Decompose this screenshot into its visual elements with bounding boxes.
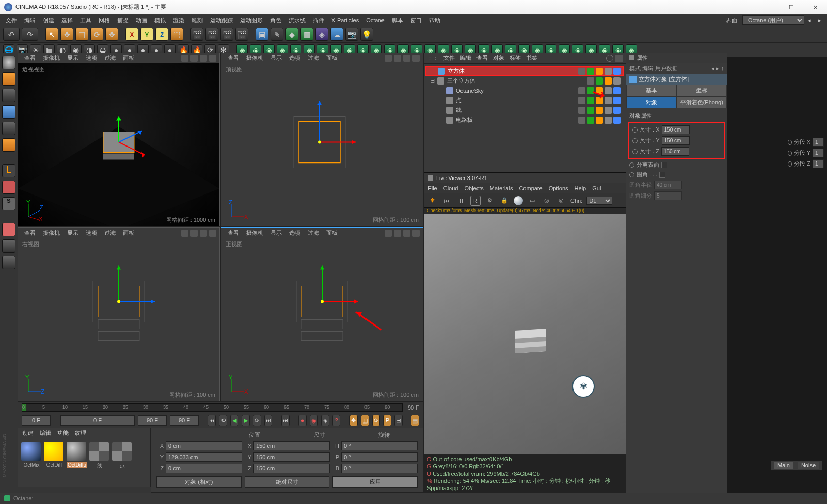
menu-角色[interactable]: 角色 — [266, 15, 285, 26]
size-z-field[interactable] — [253, 464, 330, 473]
lv-menu-Cloud[interactable]: Cloud — [443, 185, 458, 191]
vp-menu-面板[interactable]: 面板 — [323, 53, 341, 63]
attr-tab-basic[interactable]: 基本 — [626, 85, 677, 96]
mat-menu-功能[interactable]: 功能 — [57, 429, 69, 437]
material-点[interactable]: 点 — [112, 442, 133, 469]
obj-menu-查看[interactable]: 查看 — [476, 54, 488, 62]
vp-menu-过滤[interactable]: 过滤 — [305, 53, 322, 63]
axis-x-button[interactable]: X — [125, 28, 138, 41]
separate-checkbox[interactable] — [661, 162, 667, 168]
lv-menu-Materials[interactable]: Materials — [490, 185, 513, 191]
key-scale-button[interactable]: ◫ — [361, 415, 369, 426]
redo-button[interactable]: ↷ — [22, 28, 38, 41]
vp-nav-icon[interactable] — [190, 55, 198, 62]
goto-start-button[interactable]: ⏮ — [208, 415, 216, 426]
workplane-button[interactable] — [2, 239, 15, 253]
menu-窗口[interactable]: 窗口 — [407, 15, 425, 26]
vp-menu-显示[interactable]: 显示 — [267, 53, 285, 63]
material-OctDiffu[interactable]: OctDiffu — [67, 442, 87, 469]
size-x-input[interactable] — [662, 125, 690, 134]
mat-menu-编辑[interactable]: 编辑 — [40, 429, 51, 437]
vp-menu-显示[interactable]: 显示 — [64, 228, 82, 238]
vp-nav-icon[interactable] — [385, 55, 392, 62]
vp-nav-icon[interactable] — [403, 230, 410, 237]
coord-system-button[interactable]: ⬚ — [170, 28, 183, 41]
menu-雕刻[interactable]: 雕刻 — [188, 15, 206, 26]
vp-menu-查看[interactable]: 查看 — [21, 228, 39, 238]
obj-menu-标签[interactable]: 标签 — [510, 54, 521, 62]
lv-menu-Gui[interactable]: Gui — [592, 185, 601, 191]
size-mode-select[interactable]: 绝对尺寸 — [245, 476, 330, 488]
vp-nav-icon[interactable] — [403, 55, 410, 62]
key-options-button[interactable]: ? — [332, 415, 341, 426]
menu-Octane[interactable]: Octane — [362, 15, 388, 25]
mat-menu-纹理[interactable]: 纹理 — [75, 429, 86, 437]
render-region-button[interactable]: 🎬 — [205, 28, 218, 41]
axis-l-button[interactable]: L — [2, 164, 15, 177]
close-button[interactable]: ✕ — [803, 0, 827, 14]
vp-nav-icon[interactable] — [209, 55, 216, 62]
vp-menu-选项[interactable]: 选项 — [83, 53, 100, 63]
menu-选择[interactable]: 选择 — [58, 15, 76, 26]
menu-帮助[interactable]: 帮助 — [425, 15, 444, 26]
vp-menu-摄像机[interactable]: 摄像机 — [40, 228, 63, 238]
obj-menu-编辑[interactable]: 编辑 — [460, 54, 471, 62]
menu-插件[interactable]: 插件 — [309, 15, 328, 26]
vp-menu-面板[interactable]: 面板 — [323, 228, 341, 238]
timeline[interactable]: 051015202530354045505560657075808590 90 … — [18, 401, 423, 413]
key-param-button[interactable]: P — [383, 415, 391, 426]
menu-X-Particles[interactable]: X-Particles — [328, 15, 362, 25]
lv-menu-File[interactable]: File — [428, 185, 437, 191]
vp-nav-icon[interactable] — [181, 230, 188, 237]
viewport-perspective[interactable]: 查看摄像机显示选项过滤面板 透视视图 网格间距 : 1000 — [18, 53, 220, 226]
vp-nav-icon[interactable] — [181, 55, 188, 62]
menu-捕捉[interactable]: 捕捉 — [114, 15, 132, 26]
layout-prev-icon[interactable]: ◂ — [804, 15, 815, 25]
lv-settings-icon[interactable]: ⚙ — [485, 196, 495, 206]
timeline-ruler[interactable]: 051015202530354045505560657075808590 — [22, 403, 403, 412]
menu-创建[interactable]: 创建 — [39, 15, 58, 26]
vp-menu-查看[interactable]: 查看 — [225, 53, 242, 63]
tree-item-电路板[interactable]: 电路板 — [426, 115, 624, 125]
vp-menu-显示[interactable]: 显示 — [64, 53, 82, 63]
key-rot-button[interactable]: ⟳ — [372, 415, 380, 426]
edge-mode-button[interactable] — [2, 122, 15, 135]
next-key-button[interactable]: ⟳ — [253, 415, 261, 426]
lv-pause-icon[interactable]: ⏸ — [456, 196, 466, 206]
tweak-button[interactable] — [2, 181, 15, 194]
material-OctMix[interactable]: OctMix — [21, 442, 42, 469]
viewport-solo-button[interactable]: S — [2, 197, 15, 210]
range-start-field[interactable] — [60, 415, 135, 426]
lv-menu-Compare[interactable]: Compare — [519, 185, 542, 191]
menu-流水线[interactable]: 流水线 — [285, 15, 309, 26]
make-editable-button[interactable] — [2, 56, 15, 69]
menu-网格[interactable]: 网格 — [95, 15, 114, 26]
coord-mode-select[interactable]: 对象 (相对) — [156, 476, 242, 488]
attr-tab-phong[interactable]: 平滑着色(Phong) — [677, 96, 727, 108]
vp-nav-icon[interactable] — [200, 55, 207, 62]
tree-item-立方体[interactable]: 立方体 — [426, 66, 624, 76]
recent-tool-button[interactable]: ✥ — [105, 28, 118, 41]
size-x-field[interactable] — [253, 441, 330, 450]
layout-select[interactable]: Octane (用户) — [742, 15, 804, 25]
filter-icon[interactable] — [615, 55, 623, 62]
fillet-sub-input[interactable] — [654, 191, 682, 200]
add-generator-button[interactable]: ▦ — [300, 28, 313, 41]
play-fwd-button[interactable]: ▶ — [242, 415, 250, 426]
lv-refresh-icon[interactable]: ✻ — [427, 196, 437, 206]
viewport-front[interactable]: 查看摄像机显示选项过滤面板 正视图 网格间距 : 100 cm YX — [221, 227, 423, 401]
prev-key-button[interactable]: ⟲ — [219, 415, 227, 426]
rotate-button[interactable]: ⟳ — [90, 28, 103, 41]
seg-z-input[interactable] — [813, 159, 824, 168]
move-button[interactable]: ✥ — [60, 28, 73, 41]
vp-menu-选项[interactable]: 选项 — [83, 228, 100, 238]
scale-button[interactable]: ◫ — [75, 28, 88, 41]
vp-nav-icon[interactable] — [412, 55, 420, 62]
fillet-checkbox[interactable] — [659, 172, 665, 178]
add-camera-button[interactable]: 📷 — [345, 28, 358, 41]
material-线[interactable]: 线 — [89, 442, 110, 469]
vp-menu-选项[interactable]: 选项 — [286, 53, 304, 63]
lv-prev-icon[interactable]: ⏮ — [441, 196, 452, 206]
menu-脚本[interactable]: 脚本 — [388, 15, 407, 26]
vp-nav-icon[interactable] — [190, 230, 198, 237]
